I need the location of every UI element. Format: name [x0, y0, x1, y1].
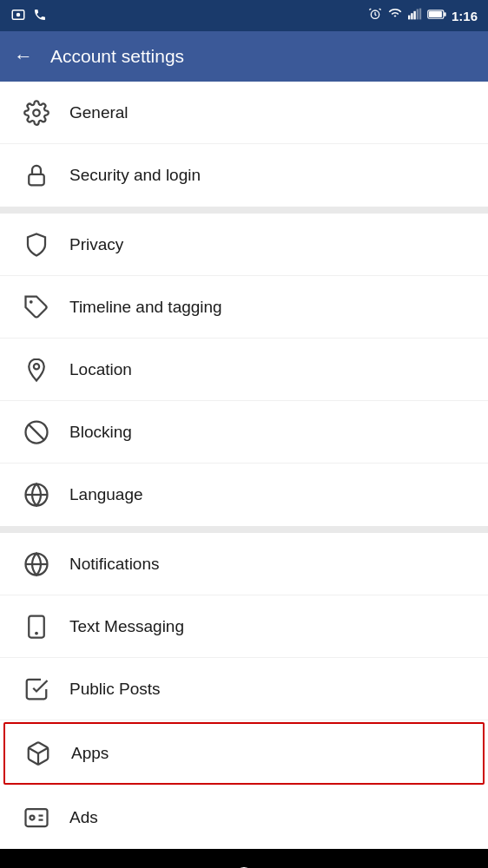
settings-item-ads[interactable]: Ads — [0, 786, 488, 849]
svg-rect-4 — [411, 13, 412, 19]
privacy-label: Privacy — [69, 235, 123, 254]
photo-icon — [10, 7, 26, 25]
svg-rect-24 — [26, 809, 48, 826]
mobile-icon — [17, 608, 56, 646]
status-bar-right: 1:16 — [368, 7, 478, 24]
notifications-label: Notifications — [69, 555, 160, 574]
tag-icon — [17, 288, 56, 326]
svg-rect-7 — [419, 9, 421, 20]
svg-rect-3 — [408, 16, 410, 20]
phone-icon — [33, 8, 47, 24]
block-icon — [17, 413, 56, 451]
language-label: Language — [69, 485, 143, 504]
settings-item-privacy[interactable]: Privacy — [0, 214, 488, 276]
settings-group-3: Notifications Text Messaging Public Post… — [0, 533, 488, 849]
status-bar-left — [10, 7, 47, 25]
general-label: General — [69, 103, 129, 122]
battery-icon — [427, 8, 446, 23]
svg-point-1 — [16, 12, 21, 16]
settings-item-textmessaging[interactable]: Text Messaging — [0, 595, 488, 658]
settings-list: General Security and login Privacy Timel… — [0, 82, 488, 849]
svg-rect-10 — [429, 11, 442, 17]
settings-item-timeline[interactable]: Timeline and tagging — [0, 276, 488, 339]
settings-item-general[interactable]: General — [0, 82, 488, 144]
status-bar: 1:16 — [0, 0, 488, 31]
settings-item-security[interactable]: Security and login — [0, 144, 488, 207]
settings-item-notifications[interactable]: Notifications — [0, 533, 488, 595]
settings-group-1: General Security and login — [0, 82, 488, 207]
settings-item-location[interactable]: Location — [0, 339, 488, 401]
svg-rect-6 — [417, 9, 419, 19]
nav-back-button[interactable] — [63, 857, 101, 868]
page-title: Account settings — [50, 46, 184, 67]
settings-group-2: Privacy Timeline and tagging Location Bl… — [0, 214, 488, 526]
settings-item-blocking[interactable]: Blocking — [0, 401, 488, 464]
status-time: 1:16 — [452, 9, 478, 23]
alarm-icon — [368, 7, 382, 24]
timeline-label: Timeline and tagging — [69, 298, 222, 317]
inbox-check-icon — [17, 670, 56, 708]
group-divider-2 — [0, 526, 488, 533]
ads-icon — [17, 799, 56, 837]
notifications-globe-icon — [17, 545, 56, 583]
svg-line-16 — [29, 424, 44, 440]
blocking-label: Blocking — [69, 423, 132, 442]
apps-label: Apps — [71, 744, 109, 763]
nav-recent-button[interactable] — [387, 857, 425, 868]
svg-rect-9 — [444, 12, 445, 16]
settings-item-language[interactable]: Language — [0, 464, 488, 526]
settings-item-publicposts[interactable]: Public Posts — [0, 658, 488, 720]
svg-rect-12 — [29, 174, 44, 186]
privacy-lock-icon — [17, 226, 56, 264]
ads-label: Ads — [69, 808, 98, 827]
svg-point-14 — [34, 364, 39, 369]
wifi-icon — [387, 8, 403, 23]
nav-home-button[interactable] — [225, 857, 263, 868]
settings-item-apps[interactable]: Apps — [3, 722, 485, 785]
signal-icon — [408, 7, 422, 24]
textmessaging-label: Text Messaging — [69, 617, 184, 636]
box-icon — [19, 734, 57, 773]
location-label: Location — [69, 360, 132, 379]
gear-icon — [17, 94, 56, 132]
security-label: Security and login — [69, 166, 201, 185]
svg-point-11 — [33, 109, 40, 116]
group-divider-1 — [0, 207, 488, 214]
app-header: ← Account settings — [0, 31, 488, 82]
nav-bar — [0, 849, 488, 868]
svg-point-25 — [30, 816, 35, 820]
back-button[interactable]: ← — [14, 45, 33, 68]
publicposts-label: Public Posts — [69, 680, 161, 699]
svg-rect-5 — [413, 11, 415, 20]
location-icon — [17, 351, 56, 389]
lock-icon — [17, 156, 56, 194]
globe-icon — [17, 476, 56, 514]
